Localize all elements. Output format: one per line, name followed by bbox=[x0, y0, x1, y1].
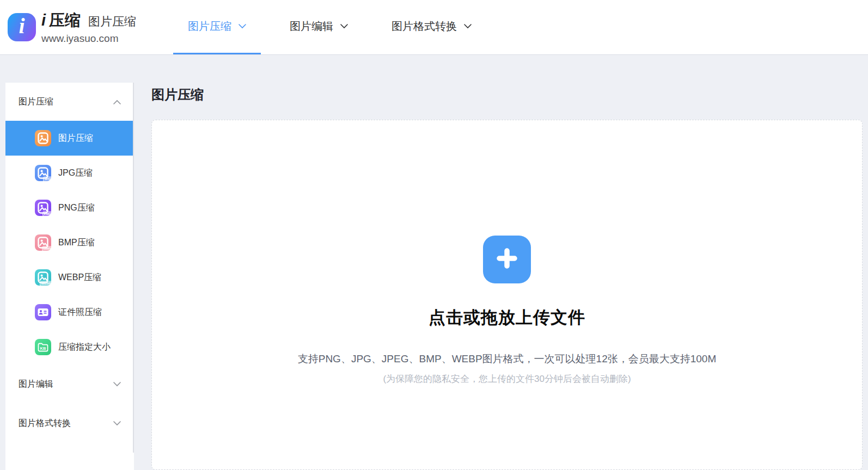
brand-text: i 压缩 图片压缩 www.iyasuo.com bbox=[41, 10, 136, 45]
chevron-down-icon bbox=[464, 24, 472, 29]
bmp-icon: BMP bbox=[35, 234, 51, 251]
nav-item-image-compress[interactable]: 图片压缩 bbox=[173, 0, 261, 54]
upload-dropzone[interactable]: 点击或拖放上传文件 支持PNG、JPG、JPEG、BMP、WEBP图片格式，一次… bbox=[151, 120, 863, 470]
png-icon: PNG bbox=[35, 200, 51, 216]
svg-text:KB: KB bbox=[40, 346, 46, 351]
format-badge: WEBP bbox=[40, 281, 52, 286]
brand-tagline: 图片压缩 bbox=[88, 14, 136, 30]
brand[interactable]: i i 压缩 图片压缩 www.iyasuo.com bbox=[0, 10, 136, 45]
nav-item-image-edit[interactable]: 图片编辑 bbox=[275, 0, 363, 54]
upload-support-text: 支持PNG、JPG、JPEG、BMP、WEBP图片格式，一次可以处理12张，会员… bbox=[298, 352, 717, 366]
chevron-down-icon bbox=[113, 418, 121, 428]
id-photo-icon bbox=[35, 304, 51, 320]
plus-icon bbox=[494, 246, 519, 273]
format-badge: JPG bbox=[43, 177, 52, 182]
format-badge: BMP bbox=[42, 246, 52, 251]
nav-item-format-convert[interactable]: 图片格式转换 bbox=[377, 0, 486, 54]
sidebar-item-label: BMP压缩 bbox=[58, 237, 95, 249]
chevron-down-icon bbox=[340, 24, 348, 29]
nav-item-label: 图片编辑 bbox=[290, 19, 333, 34]
brand-logo-icon: i bbox=[8, 13, 36, 41]
chevron-down-icon bbox=[113, 379, 121, 389]
sidebar-item-label: 证件照压缩 bbox=[58, 307, 102, 318]
sidebar-section-format-convert[interactable]: 图片格式转换 bbox=[5, 404, 134, 443]
kb-size-icon: KB bbox=[35, 339, 51, 355]
sidebar-item-png-compress[interactable]: PNG PNG压缩 bbox=[5, 190, 134, 225]
sidebar-section-label: 图片格式转换 bbox=[19, 418, 71, 429]
brand-url: www.iyasuo.com bbox=[41, 33, 136, 45]
format-badge: PNG bbox=[42, 212, 52, 217]
sidebar-section-label: 图片压缩 bbox=[19, 96, 53, 108]
sidebar-item-bmp-compress[interactable]: BMP BMP压缩 bbox=[5, 225, 134, 260]
webp-icon: WEBP bbox=[35, 269, 51, 286]
image-compress-icon bbox=[35, 130, 51, 146]
top-nav: 图片压缩 图片编辑 图片格式转换 bbox=[173, 0, 500, 54]
sidebar-item-label: JPG压缩 bbox=[58, 168, 93, 179]
nav-item-label: 图片格式转换 bbox=[392, 19, 457, 34]
brand-mark: i bbox=[41, 11, 46, 29]
sidebar-item-jpg-compress[interactable]: JPG JPG压缩 bbox=[5, 156, 134, 190]
sidebar-item-label: PNG压缩 bbox=[58, 202, 95, 214]
sidebar-section-image-edit[interactable]: 图片编辑 bbox=[5, 364, 134, 404]
sidebar-section-image-compress[interactable]: 图片压缩 bbox=[5, 83, 134, 121]
app-header: i i 压缩 图片压缩 www.iyasuo.com 图片压缩 图片编辑 图片格… bbox=[0, 0, 868, 54]
sidebar-item-label: 压缩指定大小 bbox=[58, 342, 111, 353]
content-area: 图片压缩 图片压缩 JPG bbox=[0, 54, 868, 470]
sidebar-scrollbar[interactable] bbox=[133, 83, 134, 453]
upload-headline: 点击或拖放上传文件 bbox=[429, 306, 585, 329]
upload-privacy-text: (为保障您的隐私安全，您上传的文件30分钟后会被自动删除) bbox=[383, 373, 631, 385]
sidebar-section-label: 图片编辑 bbox=[19, 379, 53, 390]
add-files-button[interactable] bbox=[483, 236, 531, 283]
sidebar-item-label: 图片压缩 bbox=[58, 133, 93, 144]
nav-item-label: 图片压缩 bbox=[188, 19, 231, 34]
sidebar-item-id-photo-compress[interactable]: 证件照压缩 bbox=[5, 295, 134, 330]
sidebar-item-webp-compress[interactable]: WEBP WEBP压缩 bbox=[5, 260, 134, 295]
chevron-up-icon bbox=[113, 97, 121, 107]
jpg-icon: JPG bbox=[35, 165, 51, 181]
main-area: 图片压缩 点击或拖放上传文件 支持PNG、JPG、JPEG、BMP、WEBP图片… bbox=[151, 83, 863, 470]
chevron-down-icon bbox=[239, 24, 246, 29]
sidebar-item-image-compress[interactable]: 图片压缩 bbox=[5, 121, 134, 156]
sidebar-item-compress-to-size[interactable]: KB 压缩指定大小 bbox=[5, 330, 134, 364]
page-title: 图片压缩 bbox=[151, 86, 863, 103]
sidebar-item-label: WEBP压缩 bbox=[58, 272, 101, 283]
brand-name: 压缩 bbox=[49, 10, 81, 32]
sidebar: 图片压缩 图片压缩 JPG bbox=[5, 83, 134, 470]
